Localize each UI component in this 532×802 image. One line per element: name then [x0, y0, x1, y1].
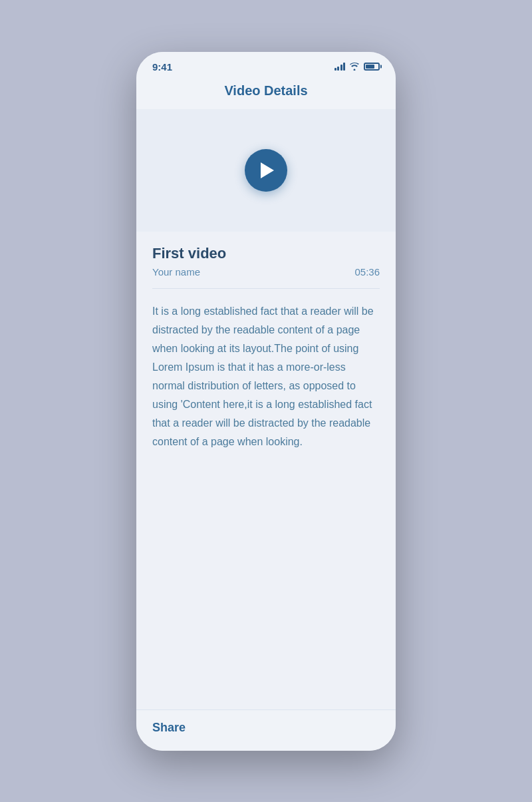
video-info: First video Your name 05:36: [136, 232, 396, 288]
wifi-icon: [349, 63, 360, 71]
signal-icon: [334, 63, 346, 71]
status-icons: [334, 63, 380, 71]
video-title: First video: [152, 245, 380, 262]
video-player: [136, 109, 396, 232]
play-icon: [261, 162, 274, 178]
page-title: Video Details: [150, 83, 382, 99]
nav-bar: Video Details: [136, 78, 396, 109]
share-button[interactable]: Share: [152, 721, 186, 735]
video-author: Your name: [152, 266, 200, 278]
battery-icon: [364, 63, 380, 71]
video-meta: Your name 05:36: [152, 266, 380, 278]
description-text: It is a long established fact that a rea…: [152, 302, 380, 451]
video-description: It is a long established fact that a rea…: [136, 289, 396, 709]
play-button[interactable]: [245, 149, 287, 192]
main-content: First video Your name 05:36 It is a long…: [136, 109, 396, 709]
video-duration: 05:36: [354, 266, 380, 278]
phone-frame: 9:41 Video Details: [136, 52, 396, 751]
bottom-bar: Share: [136, 709, 396, 751]
status-bar: 9:41: [136, 52, 396, 78]
status-time: 9:41: [152, 61, 172, 73]
